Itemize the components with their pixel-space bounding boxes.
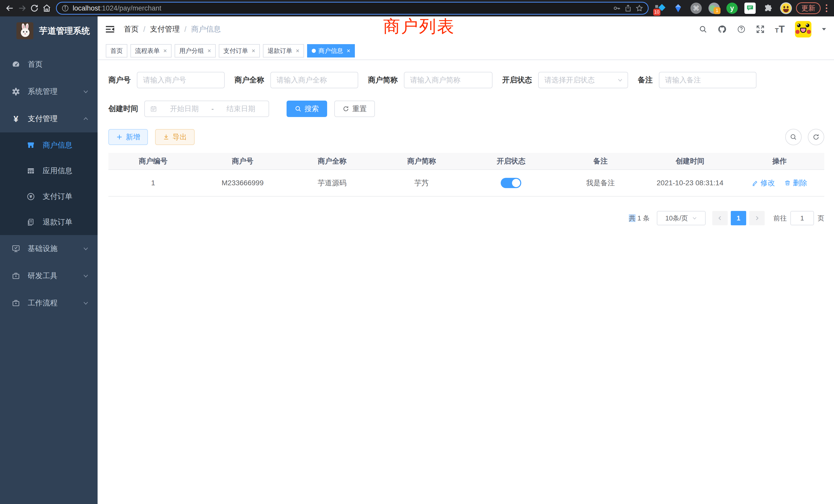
page-number-1[interactable]: 1 [731,211,746,225]
sidebar-item-dev-tools[interactable]: 研发工具 [0,262,97,290]
avatar-caret-down-icon[interactable] [822,28,826,31]
edit-link[interactable]: 修改 [752,178,775,188]
goto-label: 前往 [773,214,787,223]
tab-home[interactable]: 首页 [106,44,127,58]
sidebar-item-home[interactable]: 首页 [0,51,97,78]
end-date-placeholder: 结束日期 [219,104,263,114]
user-avatar[interactable] [795,21,811,38]
goto-page-input[interactable] [790,211,814,225]
tab-user-group[interactable]: 用户分组 × [175,44,216,58]
tab-merchant-info[interactable]: 商户信息 × [307,44,355,58]
sidebar-item-infrastructure[interactable]: 基础设施 [0,235,97,262]
browser-reload-button[interactable] [28,2,41,14]
header-search-icon[interactable] [699,25,707,33]
sidebar-item-system[interactable]: 系统管理 [0,78,97,105]
main-area: 首页 / 支付管理 / 商户信息 TT [97,17,834,504]
browser-back-button[interactable] [4,2,16,14]
col-header: 开启状态 [466,156,556,166]
hide-search-button[interactable] [785,129,802,145]
app-logo-row[interactable]: 芋道管理系统 [0,17,97,45]
github-icon[interactable] [718,25,727,34]
filter-create-time: 创建时间 开始日期 - 结束日期 [108,100,269,117]
extensions-puzzle-icon[interactable] [762,2,774,14]
col-header: 商户号 [198,156,288,166]
cell-merchant-no: M233666999 [198,179,288,187]
profile-emoji-icon[interactable] [780,2,792,14]
site-info-icon[interactable] [61,4,69,12]
extension-command-icon[interactable]: ⌘ [690,2,702,14]
extension-y-icon[interactable]: y [726,2,738,14]
extension-chat-icon[interactable] [744,2,756,14]
merchant-table: 商户编号 商户号 商户全称 商户简称 开启状态 备注 创建时间 操作 1 M23… [108,153,824,197]
status-toggle[interactable] [501,178,521,188]
date-range-picker[interactable]: 开始日期 - 结束日期 [144,100,269,117]
tab-process-form[interactable]: 流程表单 × [130,44,172,58]
filter-merchant-no: 商户号 [108,72,225,88]
store-icon [25,141,37,150]
prev-page-button[interactable] [712,211,728,225]
sidebar-item-payment[interactable]: ¥ 支付管理 [0,105,97,132]
browser-menu-icon[interactable] [823,2,830,14]
sidebar-item-pay-order[interactable]: ¥ 支付订单 [0,184,97,209]
font-size-icon[interactable]: TT [775,24,785,35]
chevron-down-icon [83,273,89,279]
extension-bar: 10 ⌘ 1 y [654,2,792,14]
browser-home-button[interactable] [41,2,53,14]
app-title: 芋道管理系统 [39,25,90,37]
url-bar[interactable]: localhost:1024/pay/merchant [56,2,649,15]
breadcrumb-home[interactable]: 首页 [124,24,139,35]
search-button[interactable]: 搜索 [287,100,327,117]
password-key-icon[interactable] [613,4,621,12]
sidebar-item-label: 支付管理 [28,114,58,124]
remark-input[interactable] [659,72,756,88]
chevron-down-icon [83,89,89,95]
sidebar-item-app-info[interactable]: 应用信息 [0,158,97,184]
chevron-down-icon [617,77,623,83]
merchant-name-input[interactable] [270,72,358,88]
sidebar-item-refund-order[interactable]: 退款订单 [0,209,97,235]
merchant-no-input[interactable] [137,72,225,88]
document-icon [25,218,37,226]
close-icon[interactable]: × [296,47,300,54]
col-header: 备注 [556,156,645,166]
page-size-select[interactable]: 10条/页 [657,211,706,225]
next-page-button[interactable] [749,211,765,225]
breadcrumb-payment[interactable]: 支付管理 [150,24,180,35]
chevron-down-icon [83,246,89,252]
top-navbar: 首页 / 支付管理 / 商户信息 TT [97,17,834,42]
cell-merchant-id: 1 [108,179,198,187]
close-icon[interactable]: × [347,47,350,54]
sidebar-item-workflow[interactable]: 工作流程 [0,290,97,317]
payment-submenu: 商户信息 应用信息 ¥ 支付订单 [0,132,97,235]
refresh-button[interactable] [808,129,824,145]
tab-refund-order[interactable]: 退款订单 × [263,44,304,58]
filter-remark: 备注 [638,72,756,88]
browser-update-button[interactable]: 更新 [796,2,821,14]
calendar-icon [150,105,157,112]
close-icon[interactable]: × [163,47,167,54]
bookmark-star-icon[interactable] [636,4,643,12]
tags-view-bar: 首页 流程表单 × 用户分组 × 支付订单 × 退款订单 × 商户信息 × [97,42,834,60]
status-select[interactable]: 请选择开启状态 [538,72,628,88]
sidebar-collapse-icon[interactable] [105,25,115,33]
browser-forward-button[interactable] [16,2,28,14]
export-button[interactable]: 导出 [155,129,195,145]
help-icon[interactable] [737,25,746,33]
close-icon[interactable]: × [207,47,211,54]
add-button[interactable]: 新增 [108,129,148,145]
short-name-input[interactable] [404,72,492,88]
fullscreen-icon[interactable] [756,25,765,33]
url-text: localhost:1024/pay/merchant [73,4,161,12]
chevron-down-icon [83,300,89,306]
filter-row-1: 商户号 商户全称 商户简称 开启状态 请选择开启状态 [108,72,824,88]
extension-recorder-icon[interactable]: 1 [708,2,720,14]
share-icon[interactable] [624,4,632,12]
extension-monkey-icon[interactable]: 10 [654,2,666,14]
close-icon[interactable]: × [251,47,255,54]
sidebar-item-merchant-info[interactable]: 商户信息 [0,132,97,158]
extension-gem-icon[interactable] [672,2,684,14]
reset-button[interactable]: 重置 [334,100,375,117]
delete-link[interactable]: 删除 [784,178,807,188]
tab-pay-order[interactable]: 支付订单 × [219,44,260,58]
pagination: 共 1 条 10条/页 1 前往 页 [108,211,824,225]
